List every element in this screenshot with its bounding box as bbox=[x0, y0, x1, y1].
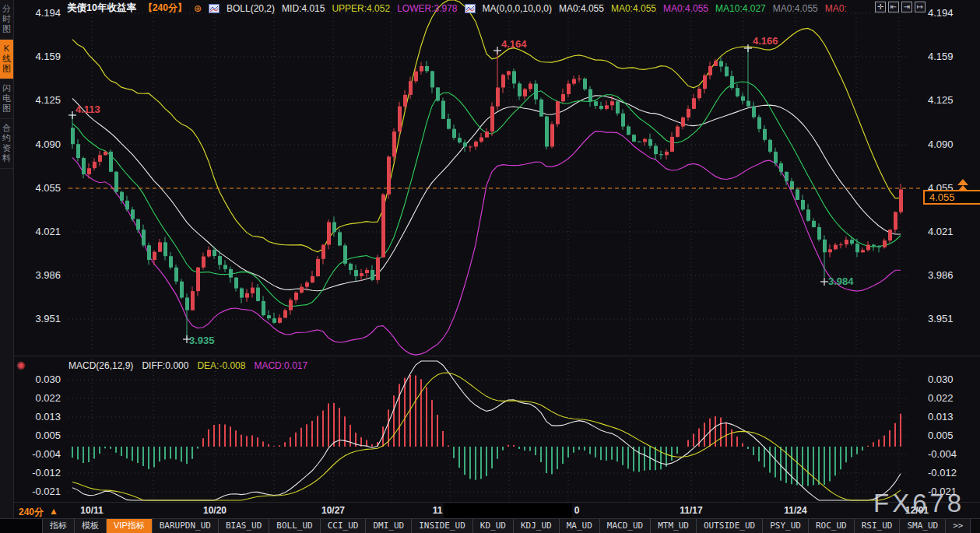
last-price-tag: 4.055 bbox=[923, 190, 980, 205]
price-annotation: 3.935 bbox=[189, 335, 215, 346]
sidebar-item-char: 图 bbox=[2, 64, 11, 74]
macd-settings-icon[interactable]: ✺ bbox=[16, 359, 26, 372]
axis-tick: 0.022 bbox=[928, 392, 954, 404]
bottom-tab[interactable]: KDJ_UD bbox=[514, 519, 560, 533]
axis-tick: 4.055 bbox=[16, 182, 61, 194]
boll-mid-value: MID:4.015 bbox=[282, 3, 325, 14]
axis-tick: 4.194 bbox=[928, 7, 954, 19]
x-axis-label: 10/27 bbox=[321, 505, 345, 516]
axis-tick: 0.022 bbox=[16, 392, 61, 404]
axis-tick: -0.004 bbox=[928, 448, 957, 460]
sidebar-item-kline[interactable]: K线图 bbox=[0, 40, 13, 79]
ma-values: MA0:4.055MA0:4.055MA0:4.055MA10:4.027MA0… bbox=[559, 3, 847, 14]
chart-toolbar: ✛⇤⇥↦ bbox=[875, 2, 926, 12]
ma-value: MA0:4.055 bbox=[663, 3, 708, 14]
bottom-tab[interactable]: BARUPDN_UD bbox=[153, 519, 219, 533]
axis-tick: 4.021 bbox=[16, 226, 61, 237]
sidebar-item-char: K bbox=[4, 44, 9, 54]
boll-indicator-icon[interactable] bbox=[209, 4, 220, 13]
indicator-tab-bar: 指标模板VIP指标BARUPDN_UDBIAS_UDBOLL_UDCCI_UDD… bbox=[0, 518, 980, 533]
bottom-tab[interactable]: MACD_UD bbox=[600, 519, 651, 533]
axis-tick: 4.159 bbox=[16, 51, 61, 62]
sidebar-item-char: 图 bbox=[2, 103, 11, 114]
ma-value: MA0:4.055 bbox=[611, 3, 656, 14]
bottom-tab[interactable]: >> bbox=[946, 519, 971, 533]
macd-header: MACD(26,12,9) DIFF:0.000 DEA:-0.008 MACD… bbox=[68, 360, 307, 371]
price-annotation: 4.166 bbox=[753, 35, 778, 47]
x-axis-label: 11 bbox=[433, 505, 443, 516]
candlestick-chart-area[interactable] bbox=[13, 0, 980, 519]
axis-tick: -0.021 bbox=[928, 486, 957, 497]
axis-tick: 3.986 bbox=[928, 269, 954, 281]
bottom-tab[interactable]: 模板 bbox=[75, 519, 107, 533]
bottom-tab[interactable]: RSI_UD bbox=[855, 519, 901, 533]
x-axis-label: 10/11 bbox=[80, 505, 103, 516]
axis-tick: 0.030 bbox=[928, 373, 954, 385]
ma-label: MA(0,0,0,10,0,0) bbox=[483, 3, 552, 14]
period-text: 240分 bbox=[19, 506, 44, 519]
axis-tick: 0.005 bbox=[928, 430, 954, 441]
axis-tick: 0.030 bbox=[16, 373, 61, 385]
x-axis-label: 11/17 bbox=[680, 505, 702, 516]
chart-header: 美债10年收益率 【240分】 ⊕ BOLL(20,2) MID:4.015 U… bbox=[67, 2, 847, 15]
indicator-toggle-icon[interactable]: ⊕ bbox=[194, 3, 202, 14]
ma-value: MA10:4.027 bbox=[715, 3, 766, 14]
trading-terminal: FX678 分时图K线图闪电图合约资料 美债10年收益率 【240分】 ⊕ BO… bbox=[0, 0, 980, 533]
period-indicator[interactable]: 240分 ▲ bbox=[19, 506, 58, 519]
compress-right-icon[interactable]: ⇥ bbox=[901, 2, 912, 12]
bottom-tab[interactable]: MA_UD bbox=[560, 519, 600, 533]
axis-tick: 0.013 bbox=[16, 411, 61, 423]
bottom-tab[interactable]: MTM_UD bbox=[651, 519, 697, 533]
sidebar-item-timeshare[interactable]: 分时图 bbox=[0, 0, 13, 40]
macd-dea-value: DEA:-0.008 bbox=[197, 360, 245, 371]
macd-diff-value: DIFF:0.000 bbox=[142, 360, 188, 371]
bottom-tab[interactable]: OUTSIDE_UD bbox=[697, 519, 763, 533]
sidebar-item-char: 闪 bbox=[2, 83, 11, 93]
censor-box bbox=[444, 503, 572, 518]
ma-indicator-icon[interactable] bbox=[465, 4, 476, 13]
boll-lower-value: LOWER:3.978 bbox=[397, 3, 457, 14]
compress-left-icon[interactable]: ⇤ bbox=[888, 2, 899, 12]
bottom-tab[interactable]: ROC_UD bbox=[809, 519, 855, 533]
sidebar-item-char: 合 bbox=[2, 123, 11, 133]
bottom-tab[interactable]: VIP指标 bbox=[107, 519, 153, 533]
bottom-tab[interactable]: 指标 bbox=[43, 519, 75, 533]
bottom-tab[interactable]: DMI_UD bbox=[366, 519, 412, 533]
axis-tick: -0.021 bbox=[16, 486, 61, 497]
sidebar-item-char: 时 bbox=[2, 14, 11, 24]
price-annotation: 3.984 bbox=[828, 275, 854, 287]
up-arrow-icon: ▲ bbox=[49, 506, 58, 519]
bottom-tab[interactable]: BIAS_UD bbox=[219, 519, 269, 533]
boll-upper-value: UPPER:4.052 bbox=[332, 3, 390, 14]
shift-right-icon[interactable]: ↦ bbox=[915, 2, 926, 12]
x-axis-label: 11/24 bbox=[784, 505, 806, 516]
bottom-tab[interactable]: CCI_UD bbox=[321, 519, 367, 533]
period-tag[interactable]: 【240分】 bbox=[143, 2, 187, 15]
bottom-tab[interactable]: KD_UD bbox=[473, 519, 514, 533]
tab-bar-spacer bbox=[0, 519, 43, 533]
bottom-tab[interactable]: INSIDE_UD bbox=[412, 519, 473, 533]
bottom-tab[interactable]: SMA_UD bbox=[900, 519, 946, 533]
x-axis-label: 0 bbox=[574, 505, 580, 516]
bottom-tab[interactable]: BOLL_UD bbox=[269, 519, 320, 533]
sidebar-item-char: 资 bbox=[2, 143, 11, 153]
ma-value: MA0:4.055 bbox=[773, 3, 818, 14]
sidebar-item-flash[interactable]: 闪电图 bbox=[0, 79, 13, 119]
axis-tick: 4.090 bbox=[928, 139, 954, 150]
x-axis-label: 10/20 bbox=[203, 505, 227, 516]
pan-icon[interactable]: ✛ bbox=[875, 2, 886, 12]
axis-tick: -0.004 bbox=[16, 448, 61, 460]
axis-tick: 3.951 bbox=[928, 313, 954, 324]
price-annotation: 4.113 bbox=[76, 103, 100, 115]
axis-tick: 4.090 bbox=[16, 139, 61, 150]
bottom-tab[interactable]: PSY_UD bbox=[763, 519, 809, 533]
axis-tick: 0.013 bbox=[928, 411, 954, 423]
page-title: 美债10年收益率 bbox=[67, 2, 136, 15]
axis-tick: 3.951 bbox=[16, 313, 61, 324]
price-annotation: 4.164 bbox=[501, 38, 527, 50]
sidebar-item-char: 约 bbox=[2, 133, 11, 143]
axis-tick: 4.194 bbox=[16, 7, 61, 19]
axis-tick: 0.005 bbox=[16, 430, 61, 441]
macd-title: MACD(26,12,9) bbox=[68, 360, 133, 371]
sidebar-item-contract-info[interactable]: 合约资料 bbox=[0, 119, 13, 169]
